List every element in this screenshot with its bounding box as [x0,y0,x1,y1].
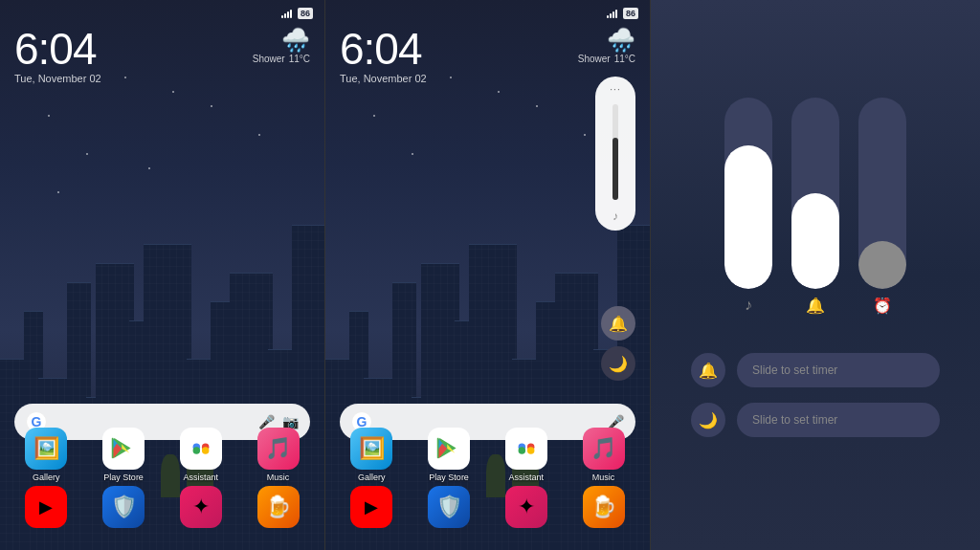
phone-screen-2: 86 6:04 Tue, November 02 🌧️ Shower 11°C … [325,0,651,550]
clock-date-1: Tue, November 02 [14,73,101,84]
music-icon-2: 🎵 [583,428,625,470]
app-security[interactable]: 🛡️ [93,486,155,531]
app-row-4: ▶ 🛡️ ✦ 🍺 [333,486,642,531]
app-playstore[interactable]: Play Store [93,428,155,482]
clock-time-1: 6:04 [14,27,101,71]
moon-timer-icon: 🌙 [691,403,725,437]
gallery-label-2: Gallery [358,473,386,482]
weather-condition-2: Shower [578,54,611,64]
ring-volume-track[interactable] [791,98,839,289]
weather-widget-2: 🌧️ Shower 11°C [578,27,635,64]
alarm-volume-column: ⏰ [858,98,906,315]
snow [373,115,375,117]
app-eraser-2[interactable]: ✦ [495,486,557,531]
snow [450,77,452,78]
youtube-icon-2: ▶ [350,486,392,528]
music-icon: 🎵 [257,428,300,470]
app-gallery-2[interactable]: 🖼️ Gallery [341,428,403,482]
alarm-icon-panel: ⏰ [873,297,892,315]
volume-slider-track[interactable] [612,104,618,200]
bell-button[interactable]: 🔔 [601,306,635,341]
sliders-row: ♪ 🔔 ⏰ [724,98,906,315]
snow [536,105,538,107]
youtube-icon: ▶ [25,486,67,528]
svg-point-4 [202,447,210,454]
alarm-volume-track[interactable] [858,98,906,289]
app-assistant-2[interactable]: Assistant [495,428,557,482]
moon-timer-row[interactable]: 🌙 Slide to set timer [691,403,940,437]
svg-point-9 [527,447,535,454]
snow [584,134,586,136]
weather-cloud-icon-2: 🌧️ [607,27,635,54]
app-youtube[interactable]: ▶ [15,486,78,531]
clock-date-2: Tue, November 02 [340,73,427,84]
status-bar-2: 86 [325,8,650,19]
playstore-label: Play Store [103,473,144,482]
app-row-3: 🖼️ Gallery Play Store [333,428,642,482]
app-beer[interactable]: 🍺 [247,486,309,531]
music-note-icon-panel: ♪ [745,297,752,314]
snow [86,153,88,155]
snow [258,134,260,136]
clock-widget-1: 6:04 Tue, November 02 [14,27,101,84]
weather-cloud-icon: 🌧️ [281,27,310,54]
svg-point-3 [192,447,200,454]
volume-panel[interactable]: ··· ♪ [595,77,635,231]
app-row-1: 🖼️ Gallery Play Store [8,428,317,482]
app-gallery[interactable]: 🖼️ Gallery [15,428,78,482]
assistant-icon [180,428,222,470]
app-beer-2[interactable]: 🍺 [572,486,635,531]
moon-timer-label: Slide to set timer [752,413,837,427]
gallery-icon-2: 🖼️ [350,428,392,470]
app-music-2[interactable]: 🎵 Music [572,428,635,482]
app-row-2: ▶ 🛡️ ✦ 🍺 [8,486,317,531]
app-security-2[interactable]: 🛡️ [418,486,480,531]
signal-icon [281,9,292,18]
snow [148,167,150,169]
music-label: Music [267,473,290,482]
battery-icon: 86 [298,8,313,19]
bell-icon-panel: 🔔 [806,297,825,315]
volume-dots: ··· [610,84,620,95]
app-music[interactable]: 🎵 Music [247,428,309,482]
bell-timer-bar[interactable]: Slide to set timer [737,353,940,387]
weather-widget-1: 🌧️ Shower 11°C [253,27,310,64]
playstore-icon-2 [428,428,470,470]
playstore-label-2: Play Store [429,473,469,482]
bell-timer-label: Slide to set timer [752,363,837,377]
moon-button[interactable]: 🌙 [601,346,635,381]
snow [124,77,126,78]
clock-time-2: 6:04 [340,27,427,71]
app-assistant[interactable]: Assistant [169,428,232,482]
security-icon-2: 🛡️ [428,486,470,528]
weather-info-2: Shower 11°C [578,54,635,64]
volume-slider-fill [612,138,618,200]
signal-icon-2 [607,9,617,18]
eraser-icon-2: ✦ [505,486,547,528]
ring-volume-fill [791,193,839,289]
snow [211,105,212,107]
svg-point-5 [514,436,539,461]
app-playstore-2[interactable]: Play Store [418,428,480,482]
eraser-icon: ✦ [180,486,222,528]
app-grid-2: 🖼️ Gallery Play Store [325,428,650,535]
music-label-2: Music [592,473,615,482]
app-youtube-2[interactable]: ▶ [341,486,403,531]
bell-timer-icon: 🔔 [691,353,725,387]
moon-timer-bar[interactable]: Slide to set timer [737,403,940,437]
weather-condition-1: Shower [253,54,285,64]
app-eraser[interactable]: ✦ [169,486,232,531]
media-volume-track[interactable] [724,98,772,289]
svg-point-8 [518,447,525,454]
clock-widget-2: 6:04 Tue, November 02 [340,27,427,84]
bell-timer-row[interactable]: 🔔 Slide to set timer [691,353,940,387]
snow [498,91,500,93]
assistant-label-2: Assistant [509,473,545,482]
status-bar-1: 86 [0,8,324,19]
right-panel: ♪ 🔔 ⏰ 🔔 Slide to set timer 🌙 Slide to se… [651,0,980,550]
app-grid-1: 🖼️ Gallery Play Store [0,428,324,535]
assistant-label: Assistant [184,473,219,482]
ring-volume-column: 🔔 [791,98,839,315]
weather-temp-1: 11°C [289,54,310,64]
snow [412,153,413,155]
